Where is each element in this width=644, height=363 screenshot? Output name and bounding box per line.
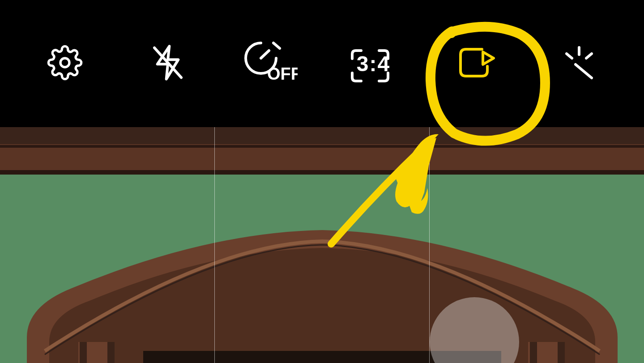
settings-button[interactable] [38, 37, 92, 90]
camera-app: OFF 3:4 [0, 0, 644, 363]
svg-line-8 [576, 64, 592, 78]
timer-button[interactable]: OFF [244, 37, 298, 90]
svg-rect-20 [558, 342, 565, 363]
svg-line-4 [273, 43, 280, 48]
aspect-ratio-icon: 3:4 [357, 51, 390, 76]
aspect-ratio-label: 3:4 [357, 52, 390, 76]
viewfinder-scene [0, 127, 644, 363]
settings-icon [47, 45, 83, 82]
svg-rect-12 [0, 144, 644, 171]
flash-button[interactable] [141, 37, 195, 90]
timer-label: OFF [267, 64, 298, 83]
svg-rect-11 [0, 127, 644, 145]
camera-viewfinder[interactable] [0, 127, 644, 363]
aspect-ratio-button[interactable]: 3:4 [346, 37, 400, 90]
svg-point-0 [60, 58, 69, 67]
svg-rect-14 [0, 170, 644, 175]
motion-photo-icon [456, 45, 496, 82]
svg-line-6 [567, 54, 572, 58]
timer-off-icon: OFF [244, 40, 298, 87]
motion-photo-button[interactable] [449, 37, 503, 90]
camera-toolbar: OFF 3:4 [0, 0, 644, 127]
flash-off-icon [150, 43, 186, 85]
svg-line-3 [261, 51, 269, 58]
effects-icon [561, 45, 597, 82]
svg-rect-16 [80, 342, 87, 363]
svg-rect-19 [530, 342, 537, 363]
svg-rect-17 [107, 342, 115, 363]
svg-rect-13 [0, 145, 644, 148]
svg-line-7 [586, 54, 592, 58]
effects-button[interactable] [552, 37, 606, 90]
